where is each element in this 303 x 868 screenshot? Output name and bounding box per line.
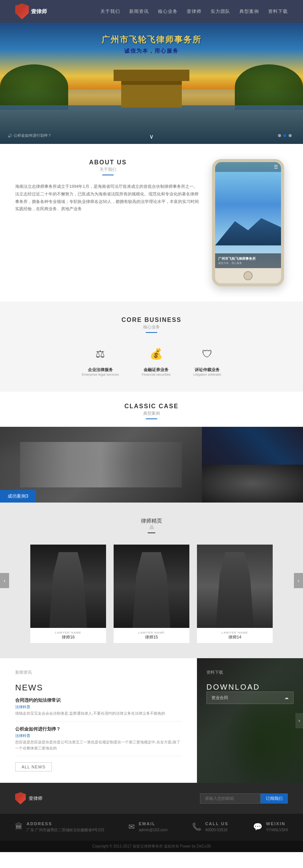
phone-menu-icon: ☰ [274,164,278,170]
lawyer-divider [148,532,155,533]
lawyer-title-cn: 晶 [15,525,288,530]
news-download-section: 新闻资讯 NEWS 合同违约的知法律常识 法律科普 借钱走你宝宝走会会会法制者是… [0,658,303,783]
phone-screen: ☰ 广州市飞轮飞律师事务所 诚信为本，用心服务 [215,162,281,268]
litigation-icon: 🛡 [198,344,217,363]
classic-side-top[interactable] [202,427,303,465]
lawyer-section: 律师精页 晶 LAWYER NAME 律师16 LAWYER NAME 律师15 [0,503,303,658]
nav-about[interactable]: 关于我们 [100,8,120,15]
footer-weixin-title: WEIXIN [266,821,288,826]
classic-label: 成功案例3 [0,490,36,503]
hero-tree-right [235,64,303,110]
download-item-0[interactable]: 资业合同 ☁ [206,692,294,704]
sound-label: 公积金如何进行划停？ [14,133,52,138]
news-item-0[interactable]: 合同违约的知法律常识 法律科普 借钱走你宝宝走会会会法制者是,监察通知者人,不要… [15,693,182,721]
news-title-cn: 新闻资讯 [15,670,182,675]
footer-subscribe: 订阅我们 [200,793,288,804]
footer-email: ✉ EMAIL admin@163.com [128,821,167,833]
about-phone-mockup: ☰ 广州市飞轮飞律师事务所 诚信为本，用心服务 [212,159,288,286]
hero-dot-1[interactable] [278,134,281,137]
nav-download[interactable]: 资料下载 [268,8,288,15]
lawyer-prev-button[interactable]: ‹ [0,573,9,588]
lawyer-label-en-0: LAWYER NAME [33,631,103,634]
lawyer-next-button[interactable]: › [294,573,303,588]
news-item-title-0: 合同违约的知法律常识 [15,697,182,704]
nav-core[interactable]: 核心业务 [158,8,178,15]
hero-sound: 🔊 公积金如何进行划停？ [8,133,52,138]
phone-nav: ☰ [215,162,281,172]
copyright-text: Copyright © 2011-2017 壹新宝律师事务所 版权所有 Powe… [92,844,211,848]
core-item-en-0: Enterprise legal services [82,373,119,376]
core-item-2[interactable]: 🛡 诉讼仲裁业务 Litigation arbitratio [194,344,222,376]
hero-section: 广州市飞轮飞律师事务所 诚信为本，用心服务 🔊 公积金如何进行划停？ ∨ [0,23,303,144]
classic-title-en: CLASSIC CASE [15,403,288,410]
download-title: 资料下载 DOWNLOAD [206,670,294,692]
hero-chevron-icon[interactable]: ∨ [149,133,154,140]
lawyer-label-cn-1: 律师15 [117,634,186,640]
phone-home-button[interactable] [244,271,253,280]
news-title-en: NEWS [15,683,182,693]
classic-main-image[interactable]: 成功案例3 [0,427,202,503]
footer-address-title: ADDRESS [27,821,104,826]
lawyer-card-1[interactable]: LAWYER NAME 律师15 [114,545,189,643]
core-item-en-2: Litigation arbitratio [194,373,222,376]
download-title-cn: 资料下载 [206,670,294,675]
nav-logo[interactable]: 壹律师 [187,8,201,15]
phone-text-area: 广州市飞轮飞律师事务所 诚信为本，用心服务 [215,253,281,268]
download-item-label-0: 资业合同 [211,695,228,701]
nav-case[interactable]: 典型案例 [239,8,259,15]
classic-side-bottom[interactable] [202,465,303,503]
about-content: ABOUT US 关于我们 海南法立志律师事务所成立于1994年1月，是海南省司… [15,159,201,286]
news-section: 新闻资讯 NEWS 合同违约的知法律常识 法律科普 借钱走你宝宝走会会会法制者是… [0,658,197,783]
classic-section: CLASSIC CASE 典型案例 成功案例3 [0,392,303,503]
hero-main-title: 广州市飞轮飞律师事务所 [102,34,201,45]
lawyer-card-0[interactable]: LAWYER NAME 律师16 [30,545,106,643]
subscribe-input[interactable] [200,793,261,804]
lawyer-photo-0 [30,545,106,628]
classic-title-cn: 典型案例 [15,411,288,416]
footer-email-title: EMAIL [139,821,167,826]
lawyer-card-2[interactable]: LAWYER NAME 律师14 [197,545,273,643]
phone-home [215,268,281,283]
subscribe-button[interactable]: 订阅我们 [261,793,288,804]
nav-news[interactable]: 新闻资讯 [129,8,149,15]
hero-dot-3[interactable] [289,134,292,137]
core-item-name-0: 企业法律服务 [82,367,119,373]
hero-dot-2[interactable] [283,134,286,137]
news-item-date-1: 法律科普 [15,733,182,738]
footer-phone-title: CALL US [205,821,228,826]
logo[interactable]: 壹律师 [15,3,47,19]
core-item-en-1: Financial securities [142,373,171,376]
lawyer-title: 律师精页 晶 [15,518,288,533]
weixin-icon: 💬 [253,822,262,831]
logo-text: 壹律师 [31,8,47,15]
footer-phone: 📞 CALL US 40000-53516 [192,821,228,833]
about-title-en: ABOUT US [15,159,201,166]
lawyer-body-0 [49,552,87,628]
news-title: 新闻资讯 NEWS [15,670,182,693]
nav-team[interactable]: 实力团队 [211,8,230,15]
sound-icon: 🔊 [8,134,12,138]
hero-subtitle: 诚信为本，用心服务 [102,48,201,55]
news-item-text-0: 借钱走你宝宝走会会会法制者是,监察通知者人,不要在违约的法律义务在法律义务不能免… [15,710,182,717]
core-item-1[interactable]: 💰 金融证券业务 Financial securities [142,344,171,376]
download-section: 资料下载 DOWNLOAD 资业合同 ☁ › [197,658,303,783]
hero-building [121,77,182,108]
core-title-en: CORE BUSINESS [15,317,288,323]
lawyer-label-en-2: LAWYER NAME [200,631,270,634]
phone-icon: 📞 [192,822,201,831]
enterprise-icon: ⚖ [91,344,110,363]
all-news-button[interactable]: ALL NEWS [15,762,52,771]
lawyer-info-1: LAWYER NAME 律师15 [114,628,189,643]
news-item-title-1: 公积金如何进行划停？ [15,726,182,732]
download-content: 资料下载 DOWNLOAD 资业合同 ☁ [206,670,294,704]
core-item-0[interactable]: ⚖ 企业法律服务 Enterprise legal services [82,344,119,376]
about-title-cn: 关于我们 [15,167,201,172]
download-arrow-icon[interactable]: › [295,713,303,728]
footer-address-text: 广东·广州市越秀区二营城岭北街酱醋巷4号103 [27,827,104,833]
classic-divider [146,418,157,419]
footer-weixin: 💬 WEIXIN YIYANLVSHI [253,821,288,833]
classic-side-images [202,427,303,503]
news-item-1[interactable]: 公积金如何进行划停？ 法律科普 您应该是您应该是你是你是公司法第五三一第也是在规… [15,721,182,756]
lawyer-body-1 [133,552,170,628]
core-item-name-2: 诉讼仲裁业务 [194,367,222,373]
